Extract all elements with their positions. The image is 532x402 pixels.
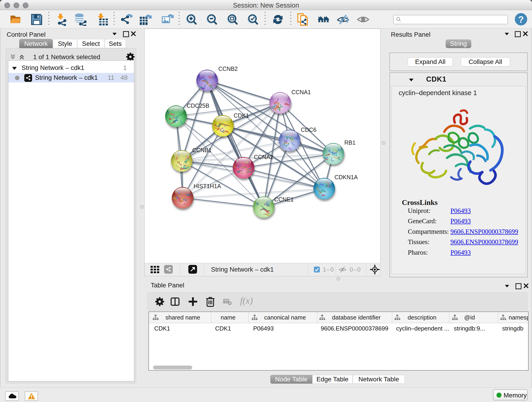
- svg-text:CCNA2: CCNA2: [254, 154, 273, 160]
- svg-text:CDC6: CDC6: [301, 127, 317, 133]
- svg-text:CCNB2: CCNB2: [218, 65, 238, 72]
- svg-text:CDKN1A: CDKN1A: [335, 174, 358, 180]
- svg-text:CDK1: CDK1: [234, 112, 249, 119]
- svg-text:CCNB1: CCNB1: [192, 147, 212, 153]
- svg-text:CCNE1: CCNE1: [274, 196, 294, 203]
- svg-text:RB1: RB1: [344, 139, 355, 146]
- svg-text:CCNA1: CCNA1: [291, 89, 311, 95]
- svg-text:HIST1H1A: HIST1H1A: [194, 183, 221, 189]
- svg-text:CDC25B: CDC25B: [187, 102, 209, 109]
